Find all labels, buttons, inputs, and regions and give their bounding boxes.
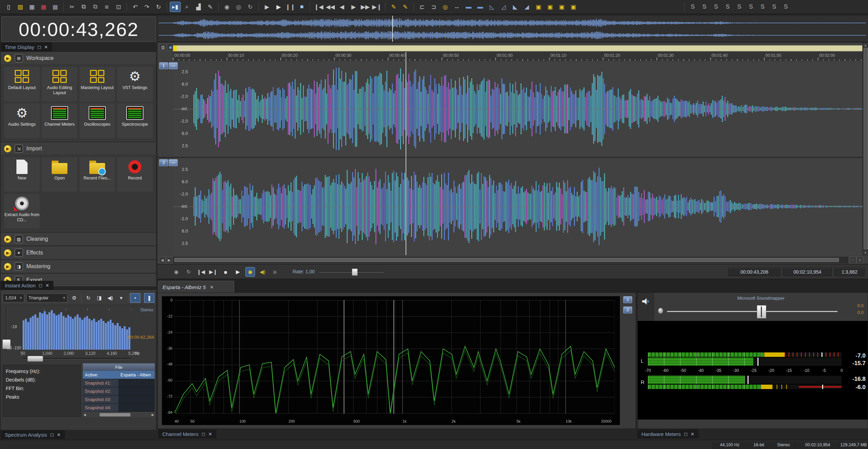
scroll-right-icon[interactable]: ▶	[152, 413, 154, 416]
fade-out-icon[interactable]: ◿	[498, 2, 509, 12]
record-icon[interactable]: ◉	[172, 267, 181, 276]
table-row[interactable]: Snapshot #1:	[83, 379, 155, 387]
pause-icon[interactable]: ❙❙	[285, 2, 295, 12]
tile-recent-files[interactable]: Recent Files...	[79, 157, 115, 192]
save-icon[interactable]: ▦	[27, 2, 37, 12]
zoom-in-button[interactable]: +	[856, 257, 863, 263]
scroll-down-icon[interactable]: ▼	[863, 250, 868, 255]
step-back-icon[interactable]: ◀	[337, 2, 347, 12]
redo-icon[interactable]: ↷	[142, 2, 152, 12]
close-icon[interactable]: ✕	[44, 45, 48, 50]
refresh-icon[interactable]: ↻	[84, 294, 93, 302]
collapse-arrow-icon[interactable]: ▶	[4, 236, 11, 243]
go-to-end-icon[interactable]: ▶❙	[372, 2, 382, 12]
paste-special-icon[interactable]: ⧆	[102, 2, 112, 12]
script-1-icon[interactable]: S	[688, 2, 698, 12]
spectrum-analysis-panel-tab[interactable]: Spectrum Analysis ◻ ✕	[1, 430, 65, 439]
script-9-icon[interactable]: S	[781, 2, 791, 12]
monitor-speaker-icon[interactable]: ◀)	[105, 294, 115, 302]
play-icon[interactable]: ▶	[233, 267, 242, 276]
channel-divider[interactable]	[157, 157, 868, 158]
selection-end-box[interactable]: 00:02:10,954	[783, 267, 832, 276]
save-all-icon[interactable]: ▩	[50, 2, 60, 12]
refresh-icon[interactable]: ↻	[245, 2, 255, 12]
float-icon[interactable]: ◻	[37, 45, 41, 50]
playback-cursor[interactable]	[406, 52, 406, 255]
dropdown-caret-icon[interactable]: ▾	[116, 294, 126, 302]
close-icon[interactable]: ✕	[208, 432, 212, 437]
time-ruler[interactable]: 00:00:0000:00:1000:00:2000:00:3000:00:40…	[173, 52, 868, 61]
float-icon[interactable]: ◻	[39, 283, 42, 288]
record-icon[interactable]: ◉	[222, 2, 232, 12]
event-lock-icon[interactable]: ▣	[545, 2, 555, 12]
file-overview-strip[interactable]	[157, 16, 868, 42]
select-end-icon[interactable]: ⊐	[429, 2, 439, 12]
freq-range-slider-handle[interactable]	[27, 356, 43, 362]
tile-new[interactable]: New	[4, 157, 40, 192]
meter-channel-button-1[interactable]: 1	[623, 296, 632, 303]
fft-size-select[interactable]: 1,024 ▾	[3, 294, 24, 302]
tile-channel-meters[interactable]: Channel Meters	[42, 103, 77, 138]
fade-sel-out-icon[interactable]: ◢	[522, 2, 532, 12]
lock-icon[interactable]: ▪	[130, 294, 140, 302]
tile-extract-audio-from-cd[interactable]: Extract Audio from CD...	[4, 194, 40, 228]
fast-forward-icon[interactable]: ▶▶	[360, 2, 370, 12]
trim-crop-icon[interactable]: ⊡	[113, 2, 124, 12]
float-icon[interactable]: ◻	[50, 432, 54, 437]
table-row[interactable]: Snapshot #4:	[83, 404, 155, 412]
stop-icon[interactable]: ■	[221, 267, 230, 276]
meter-channel-button-2[interactable]: 2	[623, 307, 632, 313]
close-icon[interactable]: ✕	[46, 283, 49, 288]
insert-region-icon[interactable]: ✎	[400, 2, 410, 12]
cursor-position-box[interactable]: 00:00:43,206	[728, 267, 780, 276]
zoom-ratio-box[interactable]: 1:3,882	[834, 267, 865, 276]
sync-status-icon[interactable]: ▥	[159, 44, 166, 51]
scrollbar-thumb[interactable]	[174, 258, 839, 262]
script-4-icon[interactable]: S	[723, 2, 733, 12]
horizontal-scrollbar[interactable]	[173, 257, 848, 263]
close-icon[interactable]: ✕	[691, 432, 694, 437]
repeat-icon[interactable]: ↻	[153, 2, 164, 12]
auto-ripple-icon[interactable]: ▣	[557, 2, 567, 12]
gain-knob-icon[interactable]	[658, 308, 663, 314]
window-type-select[interactable]: Triangular ▾	[26, 294, 67, 302]
collapse-arrow-icon[interactable]: ▶	[4, 263, 11, 270]
instant-action-tab[interactable]: Instant Action ◻ ✕	[1, 281, 53, 290]
close-icon[interactable]: ✕	[57, 432, 61, 437]
monitor-icon[interactable]: ◀)	[258, 267, 267, 276]
vertical-scrollbar[interactable]: ▲▼	[863, 42, 868, 255]
selection-grid-icon[interactable]: ▬	[463, 2, 474, 12]
output-device-strip[interactable]	[638, 293, 654, 321]
channel-badge-1[interactable]: 1	[159, 62, 168, 69]
section-header-workspace[interactable]: ▶⊞Workspace	[1, 52, 156, 64]
event-tool-icon[interactable]: ▟	[193, 2, 204, 12]
select-start-icon[interactable]: ⊏	[417, 2, 427, 12]
collapse-arrow-icon[interactable]: ▶	[4, 249, 11, 257]
loop-lock-icon[interactable]: ▣	[568, 2, 578, 12]
collapse-arrow-icon[interactable]: ▶	[4, 145, 11, 152]
go-to-end-icon[interactable]: ▶❙	[209, 267, 218, 276]
pane-icon[interactable]: ❚	[144, 294, 154, 302]
zoom-out-button[interactable]: −	[850, 257, 856, 263]
gain-slider-handle[interactable]	[757, 305, 766, 319]
tile-audio-settings[interactable]: ⚙Audio Settings	[4, 103, 40, 138]
go-to-start-icon[interactable]: ❙◀	[196, 267, 205, 276]
fade-sel-in-icon[interactable]: ◣	[510, 2, 520, 12]
settings-icon[interactable]: ⚙	[69, 294, 79, 302]
collapse-arrow-icon[interactable]: ▶	[4, 55, 11, 62]
step-forward-icon[interactable]: ▶	[348, 2, 359, 12]
insert-marker-icon[interactable]: ✎	[388, 2, 399, 12]
overview-cursor[interactable]	[392, 16, 393, 42]
document-tab[interactable]: Esparta - Albeniz 5 ✕	[158, 281, 234, 293]
loop-start-marker[interactable]	[173, 46, 177, 51]
tile-record[interactable]: Record	[117, 157, 153, 192]
float-icon[interactable]: ◻	[202, 432, 205, 437]
waveform-channel-1[interactable]	[173, 61, 863, 157]
float-icon[interactable]: ◻	[684, 432, 688, 437]
tile-mastering-layout[interactable]: Mastering Layout	[79, 67, 115, 101]
scroll-left-icon[interactable]: ◀	[84, 413, 86, 416]
loop-playback-icon[interactable]: ↻	[184, 267, 193, 276]
channel-meters-tab[interactable]: Channel Meters ◻ ✕	[158, 429, 216, 438]
script-3-icon[interactable]: S	[711, 2, 721, 12]
channel-badge-2[interactable]: 2	[159, 159, 168, 166]
